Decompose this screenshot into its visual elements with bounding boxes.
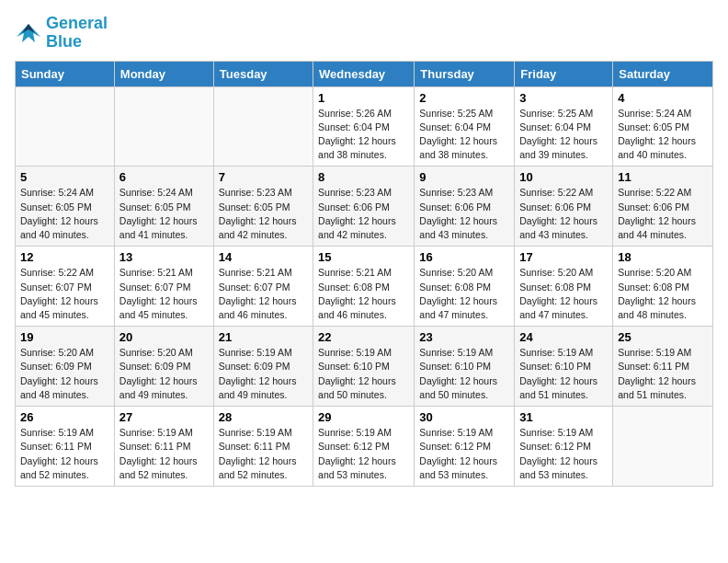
calendar-cell: 2Sunrise: 5:25 AM Sunset: 6:04 PM Daylig…	[415, 86, 515, 167]
day-number: 22	[318, 330, 409, 344]
day-info: Sunrise: 5:20 AM Sunset: 6:08 PM Dayligh…	[419, 266, 509, 322]
calendar-cell: 29Sunrise: 5:19 AM Sunset: 6:12 PM Dayli…	[313, 407, 415, 487]
day-info: Sunrise: 5:19 AM Sunset: 6:12 PM Dayligh…	[318, 426, 409, 482]
day-number: 5	[20, 170, 109, 184]
day-number: 18	[618, 250, 708, 264]
calendar-cell: 12Sunrise: 5:22 AM Sunset: 6:07 PM Dayli…	[16, 247, 115, 327]
week-row-5: 26Sunrise: 5:19 AM Sunset: 6:11 PM Dayli…	[16, 407, 713, 487]
week-row-4: 19Sunrise: 5:20 AM Sunset: 6:09 PM Dayli…	[16, 327, 713, 407]
day-info: Sunrise: 5:22 AM Sunset: 6:06 PM Dayligh…	[618, 186, 708, 242]
day-number: 16	[419, 250, 509, 264]
calendar-cell: 17Sunrise: 5:20 AM Sunset: 6:08 PM Dayli…	[515, 247, 613, 327]
day-info: Sunrise: 5:19 AM Sunset: 6:10 PM Dayligh…	[419, 346, 509, 402]
calendar-cell: 3Sunrise: 5:25 AM Sunset: 6:04 PM Daylig…	[515, 86, 613, 167]
calendar-cell: 7Sunrise: 5:23 AM Sunset: 6:05 PM Daylig…	[213, 167, 313, 247]
day-info: Sunrise: 5:20 AM Sunset: 6:09 PM Dayligh…	[20, 346, 109, 402]
day-number: 27	[119, 410, 209, 424]
logo-text: General Blue	[46, 15, 108, 52]
day-number: 29	[318, 410, 409, 424]
day-info: Sunrise: 5:23 AM Sunset: 6:06 PM Dayligh…	[318, 186, 409, 242]
day-info: Sunrise: 5:19 AM Sunset: 6:12 PM Dayligh…	[519, 426, 608, 482]
day-number: 12	[20, 250, 109, 264]
day-info: Sunrise: 5:19 AM Sunset: 6:12 PM Dayligh…	[419, 426, 509, 482]
day-number: 28	[219, 410, 308, 424]
calendar-cell: 5Sunrise: 5:24 AM Sunset: 6:05 PM Daylig…	[16, 167, 115, 247]
day-number: 17	[519, 250, 608, 264]
calendar-cell: 31Sunrise: 5:19 AM Sunset: 6:12 PM Dayli…	[515, 407, 613, 487]
calendar-cell: 13Sunrise: 5:21 AM Sunset: 6:07 PM Dayli…	[114, 247, 213, 327]
calendar-cell: 10Sunrise: 5:22 AM Sunset: 6:06 PM Dayli…	[515, 167, 613, 247]
day-number: 21	[219, 330, 308, 344]
calendar-cell: 1Sunrise: 5:26 AM Sunset: 6:04 PM Daylig…	[313, 86, 415, 167]
day-number: 10	[519, 170, 608, 184]
calendar-cell: 24Sunrise: 5:19 AM Sunset: 6:10 PM Dayli…	[515, 327, 613, 407]
calendar-cell: 18Sunrise: 5:20 AM Sunset: 6:08 PM Dayli…	[613, 247, 713, 327]
logo: General Blue	[15, 15, 108, 52]
calendar-cell: 25Sunrise: 5:19 AM Sunset: 6:11 PM Dayli…	[613, 327, 713, 407]
day-number: 24	[519, 330, 608, 344]
day-number: 13	[119, 250, 209, 264]
day-info: Sunrise: 5:23 AM Sunset: 6:05 PM Dayligh…	[219, 186, 308, 242]
calendar-cell: 11Sunrise: 5:22 AM Sunset: 6:06 PM Dayli…	[613, 167, 713, 247]
day-info: Sunrise: 5:20 AM Sunset: 6:09 PM Dayligh…	[119, 346, 209, 402]
day-number: 14	[219, 250, 308, 264]
calendar-cell: 6Sunrise: 5:24 AM Sunset: 6:05 PM Daylig…	[114, 167, 213, 247]
day-number: 31	[519, 410, 608, 424]
day-info: Sunrise: 5:22 AM Sunset: 6:07 PM Dayligh…	[20, 266, 109, 322]
calendar-cell	[213, 86, 313, 167]
day-number: 1	[318, 91, 409, 105]
weekday-header-friday: Friday	[515, 61, 613, 86]
day-info: Sunrise: 5:20 AM Sunset: 6:08 PM Dayligh…	[519, 266, 608, 322]
day-number: 7	[219, 170, 308, 184]
day-info: Sunrise: 5:21 AM Sunset: 6:07 PM Dayligh…	[219, 266, 308, 322]
day-info: Sunrise: 5:19 AM Sunset: 6:10 PM Dayligh…	[519, 346, 608, 402]
day-number: 8	[318, 170, 409, 184]
day-number: 15	[318, 250, 409, 264]
day-info: Sunrise: 5:24 AM Sunset: 6:05 PM Dayligh…	[618, 107, 708, 163]
calendar-cell: 30Sunrise: 5:19 AM Sunset: 6:12 PM Dayli…	[415, 407, 515, 487]
day-info: Sunrise: 5:24 AM Sunset: 6:05 PM Dayligh…	[119, 186, 209, 242]
calendar-cell: 9Sunrise: 5:23 AM Sunset: 6:06 PM Daylig…	[415, 167, 515, 247]
day-number: 30	[419, 410, 509, 424]
day-info: Sunrise: 5:21 AM Sunset: 6:08 PM Dayligh…	[318, 266, 409, 322]
logo-icon	[15, 20, 42, 46]
calendar-cell: 4Sunrise: 5:24 AM Sunset: 6:05 PM Daylig…	[613, 86, 713, 167]
calendar-cell: 8Sunrise: 5:23 AM Sunset: 6:06 PM Daylig…	[313, 167, 415, 247]
weekday-header-wednesday: Wednesday	[313, 61, 415, 86]
day-number: 9	[419, 170, 509, 184]
calendar-cell: 28Sunrise: 5:19 AM Sunset: 6:11 PM Dayli…	[213, 407, 313, 487]
weekday-header-sunday: Sunday	[16, 61, 115, 86]
day-number: 23	[419, 330, 509, 344]
calendar-cell: 27Sunrise: 5:19 AM Sunset: 6:11 PM Dayli…	[114, 407, 213, 487]
weekday-header-monday: Monday	[114, 61, 213, 86]
day-number: 19	[20, 330, 109, 344]
day-info: Sunrise: 5:19 AM Sunset: 6:11 PM Dayligh…	[119, 426, 209, 482]
day-info: Sunrise: 5:19 AM Sunset: 6:10 PM Dayligh…	[318, 346, 409, 402]
day-info: Sunrise: 5:25 AM Sunset: 6:04 PM Dayligh…	[519, 107, 608, 163]
calendar-cell: 20Sunrise: 5:20 AM Sunset: 6:09 PM Dayli…	[114, 327, 213, 407]
week-row-3: 12Sunrise: 5:22 AM Sunset: 6:07 PM Dayli…	[16, 247, 713, 327]
calendar-cell: 23Sunrise: 5:19 AM Sunset: 6:10 PM Dayli…	[415, 327, 515, 407]
weekday-header-saturday: Saturday	[613, 61, 713, 86]
day-number: 3	[519, 91, 608, 105]
calendar-table: SundayMondayTuesdayWednesdayThursdayFrid…	[15, 61, 713, 487]
day-number: 26	[20, 410, 109, 424]
page-header: General Blue	[15, 15, 713, 52]
weekday-header-tuesday: Tuesday	[213, 61, 313, 86]
day-info: Sunrise: 5:22 AM Sunset: 6:06 PM Dayligh…	[519, 186, 608, 242]
calendar-cell	[16, 86, 115, 167]
day-info: Sunrise: 5:24 AM Sunset: 6:05 PM Dayligh…	[20, 186, 109, 242]
calendar-cell	[114, 86, 213, 167]
day-info: Sunrise: 5:21 AM Sunset: 6:07 PM Dayligh…	[119, 266, 209, 322]
day-info: Sunrise: 5:19 AM Sunset: 6:11 PM Dayligh…	[618, 346, 708, 402]
day-info: Sunrise: 5:19 AM Sunset: 6:11 PM Dayligh…	[20, 426, 109, 482]
calendar-cell: 19Sunrise: 5:20 AM Sunset: 6:09 PM Dayli…	[16, 327, 115, 407]
week-row-1: 1Sunrise: 5:26 AM Sunset: 6:04 PM Daylig…	[16, 86, 713, 167]
day-info: Sunrise: 5:26 AM Sunset: 6:04 PM Dayligh…	[318, 107, 409, 163]
calendar-cell: 16Sunrise: 5:20 AM Sunset: 6:08 PM Dayli…	[415, 247, 515, 327]
calendar-cell: 15Sunrise: 5:21 AM Sunset: 6:08 PM Dayli…	[313, 247, 415, 327]
day-info: Sunrise: 5:19 AM Sunset: 6:11 PM Dayligh…	[219, 426, 308, 482]
day-number: 25	[618, 330, 708, 344]
calendar-cell	[613, 407, 713, 487]
day-info: Sunrise: 5:25 AM Sunset: 6:04 PM Dayligh…	[419, 107, 509, 163]
